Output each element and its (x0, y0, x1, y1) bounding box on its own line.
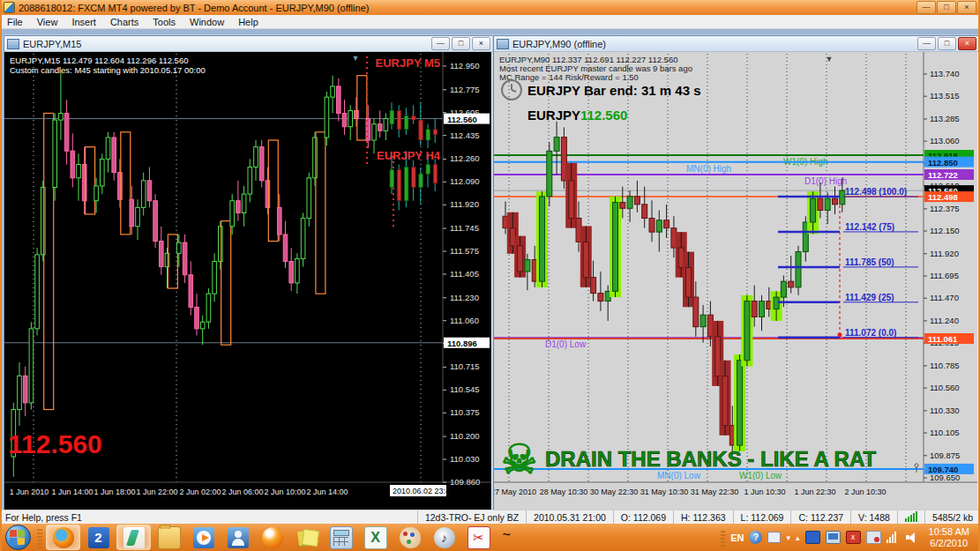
status-segment-3: H: 112.363 (673, 510, 733, 525)
close-button[interactable]: × (957, 1, 976, 14)
bear-candle (642, 205, 647, 219)
chart-icon (7, 39, 19, 49)
mini-candle (397, 110, 401, 129)
bear-candle (64, 113, 69, 151)
fib-anchor-dot (838, 332, 842, 337)
fib-level-label: 111.429 (25) (845, 293, 894, 302)
time-tick-label: 31 May 22:30 (691, 488, 739, 496)
menu-item-charts[interactable]: Charts (103, 17, 146, 27)
status-segment-4: L: 112.069 (733, 510, 791, 525)
menu-item-help[interactable]: Help (231, 17, 266, 27)
price-tick-label: 111.060 (450, 316, 479, 325)
chart-window-m15[interactable]: EURJPY,M15 — □ × 112.950112.775112.60511… (4, 35, 494, 512)
price-tick-label: 112.435 (450, 130, 480, 140)
taskbar-item-paint[interactable] (393, 525, 426, 549)
mini-candle (390, 110, 394, 123)
taskbar-item-sticky[interactable] (290, 525, 323, 549)
bear-candle (693, 297, 699, 327)
language-indicator[interactable]: EN (730, 532, 744, 543)
display-tray-icon[interactable] (826, 531, 841, 544)
connection-signal-icon (897, 510, 924, 525)
app-titlebar[interactable]: 2088618012: FXCM MT4 powered by BT - Dem… (0, 0, 980, 15)
symbol-price-label: 112.560 (580, 108, 627, 123)
price-marker-label: 112.560 (447, 115, 477, 124)
taskbar-item-snip[interactable]: ✂ (462, 525, 495, 549)
taskbar-item-gom[interactable] (256, 525, 288, 549)
price-tick-label: 110.785 (930, 361, 960, 370)
bear-candle (518, 246, 523, 272)
menu-item-insert[interactable]: Insert (64, 17, 103, 27)
bear-candle (195, 307, 199, 328)
show-hidden-icons-arrow[interactable]: ▴ (796, 533, 800, 542)
m15-restore-button[interactable]: □ (452, 37, 470, 50)
taskbar-item-wmp[interactable] (187, 525, 220, 549)
bull-candle (613, 203, 618, 292)
taskbar-item-calc[interactable] (325, 525, 357, 549)
bull-candle (295, 258, 300, 282)
alert-tray-icon[interactable]: x (846, 531, 861, 544)
bear-candle (71, 151, 75, 178)
bull-candle (325, 97, 329, 138)
help-tray-icon[interactable]: ? (749, 531, 762, 544)
taskbar-item-msn[interactable] (221, 525, 254, 549)
bull-candle (219, 227, 223, 262)
price-tick-label: 111.695 (930, 271, 959, 280)
taskbar-item-explorer[interactable] (153, 525, 185, 549)
bear-candle (634, 197, 640, 205)
menu-item-file[interactable]: File (0, 17, 30, 27)
restore-button[interactable]: □ (937, 1, 956, 14)
price-tick-label: 109.875 (930, 450, 960, 460)
volume-icon[interactable] (905, 532, 918, 543)
time-tick-label: 1 Jun 2010 (10, 488, 49, 496)
bull-candle (242, 194, 246, 212)
bear-candle (183, 242, 187, 275)
chart-window-m90[interactable]: EURJPY,M90 (offline) — □ × W1(0) HighMN(… (493, 35, 980, 512)
m90-chart-canvas[interactable]: W1(0) HighMN(0) HighD1(0) HighD1(0) LowM… (494, 52, 977, 510)
console-tray-icon[interactable] (805, 531, 820, 544)
status-segment-5: C: 112.237 (790, 510, 850, 525)
excel-icon: X (364, 526, 387, 549)
price-tick-label: 113.060 (930, 136, 960, 145)
m15-close-button[interactable]: × (472, 37, 490, 50)
taskbar-item-firefox[interactable] (46, 525, 80, 550)
bear-candle (337, 86, 341, 114)
price-tick-label: 112.775 (450, 85, 480, 94)
m90-window-titlebar[interactable]: EURJPY,M90 (offline) — □ × (494, 36, 979, 52)
bull-candle (35, 255, 40, 329)
bull-candle (656, 220, 662, 232)
minimize-button[interactable]: — (916, 1, 936, 14)
price-tick-label: 111.920 (930, 249, 959, 258)
window-tray-icon[interactable] (767, 532, 781, 543)
taskbar-item-openoffice[interactable]: ~ (497, 525, 529, 549)
paint-icon (400, 527, 421, 548)
m15-minimize-button[interactable]: — (431, 37, 450, 50)
taskbar-clock[interactable]: 10:58 AM 6/2/2010 (924, 526, 975, 549)
app2-icon: 2 (88, 527, 109, 548)
network-signal-icon[interactable] (886, 532, 900, 543)
time-tick-label: 2 Jun 02:00 (179, 488, 221, 496)
bear-candle (259, 147, 264, 181)
bull-candle (248, 168, 252, 195)
start-button[interactable] (5, 525, 31, 550)
taskbar-item-mt4[interactable] (116, 525, 151, 550)
m90-close-button[interactable]: × (958, 37, 976, 50)
price-tick-label: 111.920 (450, 199, 479, 209)
caret-down-icon[interactable]: ▾ (786, 533, 790, 542)
clock-time: 10:58 AM (929, 526, 969, 538)
m90-minimize-button[interactable]: — (917, 37, 936, 50)
m90-restore-button[interactable]: □ (938, 37, 956, 50)
taskbar-item-itunes[interactable]: ♪ (428, 525, 460, 549)
price-marker-label: 111.061 (928, 334, 958, 344)
menu-item-window[interactable]: Window (183, 17, 231, 27)
mini-candle (433, 165, 438, 183)
taskbar-item-excel[interactable]: X (359, 525, 392, 549)
m15-window-titlebar[interactable]: EURJPY,M15 — □ × (4, 36, 493, 52)
m15-chart-canvas[interactable]: 112.950112.775112.605112.435112.260112.0… (4, 52, 491, 510)
time-tick-label: 1 Jun 22:30 (794, 488, 835, 496)
menu-item-tools[interactable]: Tools (146, 17, 183, 27)
scheduler-tray-icon[interactable] (866, 531, 881, 544)
menu-item-view[interactable]: View (30, 17, 65, 27)
bull-candle (759, 302, 765, 317)
sticky-icon (296, 527, 318, 548)
taskbar-item-app2[interactable]: 2 (82, 525, 115, 549)
